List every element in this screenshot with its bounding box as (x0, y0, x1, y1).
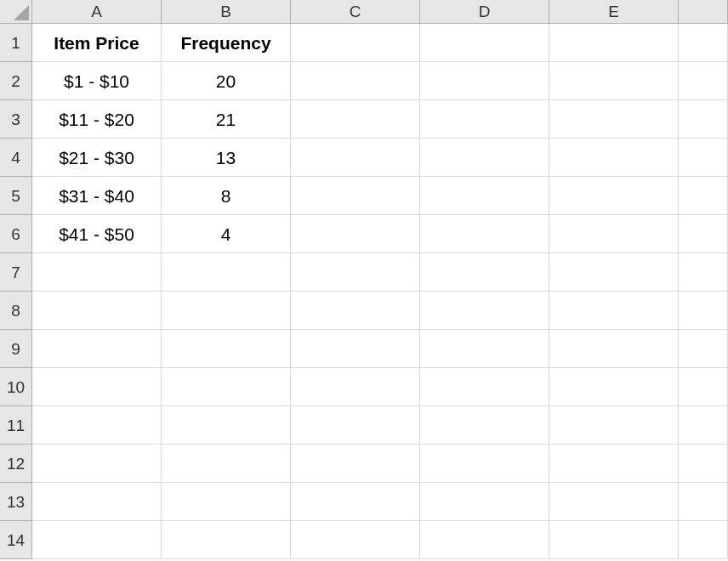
cell-B14[interactable] (162, 521, 291, 559)
cell-C5[interactable] (291, 177, 420, 215)
cell-D6[interactable] (420, 215, 549, 253)
row-header-9[interactable]: 9 (0, 330, 32, 368)
cell-B7[interactable] (162, 253, 291, 292)
row-header-11[interactable]: 11 (0, 406, 32, 445)
col-header-D[interactable]: D (420, 0, 549, 24)
cell-B1[interactable]: Frequency (162, 24, 291, 62)
row-header-6[interactable]: 6 (0, 215, 32, 253)
cell-F6[interactable] (679, 215, 728, 253)
cell-A12[interactable] (32, 445, 162, 483)
cell-E6[interactable] (549, 215, 679, 253)
cell-F12[interactable] (679, 445, 728, 483)
cell-B4[interactable]: 13 (162, 139, 291, 177)
cell-D7[interactable] (420, 253, 549, 292)
cell-E3[interactable] (549, 100, 679, 139)
cell-F2[interactable] (679, 62, 728, 100)
cell-B2[interactable]: 20 (162, 62, 291, 100)
row-header-8[interactable]: 8 (0, 292, 32, 330)
cell-C6[interactable] (291, 215, 420, 253)
cell-F5[interactable] (679, 177, 728, 215)
cell-B8[interactable] (162, 292, 291, 330)
cell-A8[interactable] (32, 292, 162, 330)
cell-A4[interactable]: $21 - $30 (32, 139, 162, 177)
cell-A5[interactable]: $31 - $40 (32, 177, 162, 215)
cell-B6[interactable]: 4 (162, 215, 291, 253)
cell-E9[interactable] (549, 330, 679, 368)
cell-A10[interactable] (32, 368, 162, 406)
cell-F10[interactable] (679, 368, 728, 406)
cell-E14[interactable] (549, 521, 679, 559)
cell-D3[interactable] (420, 100, 549, 139)
cell-E4[interactable] (549, 139, 679, 177)
cell-D13[interactable] (420, 483, 549, 521)
row-header-1[interactable]: 1 (0, 24, 32, 62)
cell-A2[interactable]: $1 - $10 (32, 62, 162, 100)
cell-D5[interactable] (420, 177, 549, 215)
cell-F11[interactable] (679, 406, 728, 445)
cell-D9[interactable] (420, 330, 549, 368)
cell-A1[interactable]: Item Price (32, 24, 162, 62)
cell-E1[interactable] (549, 24, 679, 62)
cell-D8[interactable] (420, 292, 549, 330)
select-all-corner[interactable] (0, 0, 32, 24)
cell-D10[interactable] (420, 368, 549, 406)
row-header-7[interactable]: 7 (0, 253, 32, 292)
col-header-C[interactable]: C (291, 0, 420, 24)
cell-C11[interactable] (291, 406, 420, 445)
cell-E2[interactable] (549, 62, 679, 100)
cell-E13[interactable] (549, 483, 679, 521)
cell-A6[interactable]: $41 - $50 (32, 215, 162, 253)
cell-C4[interactable] (291, 139, 420, 177)
row-header-4[interactable]: 4 (0, 139, 32, 177)
cell-E8[interactable] (549, 292, 679, 330)
cell-C1[interactable] (291, 24, 420, 62)
cell-F9[interactable] (679, 330, 728, 368)
cell-D14[interactable] (420, 521, 549, 559)
cell-E7[interactable] (549, 253, 679, 292)
row-header-12[interactable]: 12 (0, 445, 32, 483)
cell-C10[interactable] (291, 368, 420, 406)
cell-C13[interactable] (291, 483, 420, 521)
cell-D12[interactable] (420, 445, 549, 483)
col-header-B[interactable]: B (162, 0, 291, 24)
cell-B9[interactable] (162, 330, 291, 368)
cell-F14[interactable] (679, 521, 728, 559)
cell-B11[interactable] (162, 406, 291, 445)
cell-A9[interactable] (32, 330, 162, 368)
cell-B12[interactable] (162, 445, 291, 483)
cell-A3[interactable]: $11 - $20 (32, 100, 162, 139)
cell-A7[interactable] (32, 253, 162, 292)
row-header-5[interactable]: 5 (0, 177, 32, 215)
row-header-10[interactable]: 10 (0, 368, 32, 406)
cell-C9[interactable] (291, 330, 420, 368)
row-header-13[interactable]: 13 (0, 483, 32, 521)
cell-A13[interactable] (32, 483, 162, 521)
cell-C7[interactable] (291, 253, 420, 292)
cell-E11[interactable] (549, 406, 679, 445)
cell-D1[interactable] (420, 24, 549, 62)
cell-E12[interactable] (549, 445, 679, 483)
cell-D2[interactable] (420, 62, 549, 100)
cell-F7[interactable] (679, 253, 728, 292)
cell-F1[interactable] (679, 24, 728, 62)
cell-F4[interactable] (679, 139, 728, 177)
cell-C12[interactable] (291, 445, 420, 483)
row-header-2[interactable]: 2 (0, 62, 32, 100)
col-header-overflow[interactable] (679, 0, 728, 24)
cell-E5[interactable] (549, 177, 679, 215)
row-header-14[interactable]: 14 (0, 521, 32, 559)
col-header-A[interactable]: A (32, 0, 162, 24)
cell-B5[interactable]: 8 (162, 177, 291, 215)
cell-D4[interactable] (420, 139, 549, 177)
cell-B10[interactable] (162, 368, 291, 406)
cell-D11[interactable] (420, 406, 549, 445)
cell-B3[interactable]: 21 (162, 100, 291, 139)
row-header-3[interactable]: 3 (0, 100, 32, 139)
cell-C8[interactable] (291, 292, 420, 330)
cell-C3[interactable] (291, 100, 420, 139)
cell-B13[interactable] (162, 483, 291, 521)
cell-C2[interactable] (291, 62, 420, 100)
cell-A14[interactable] (32, 521, 162, 559)
cell-F13[interactable] (679, 483, 728, 521)
cell-A11[interactable] (32, 406, 162, 445)
